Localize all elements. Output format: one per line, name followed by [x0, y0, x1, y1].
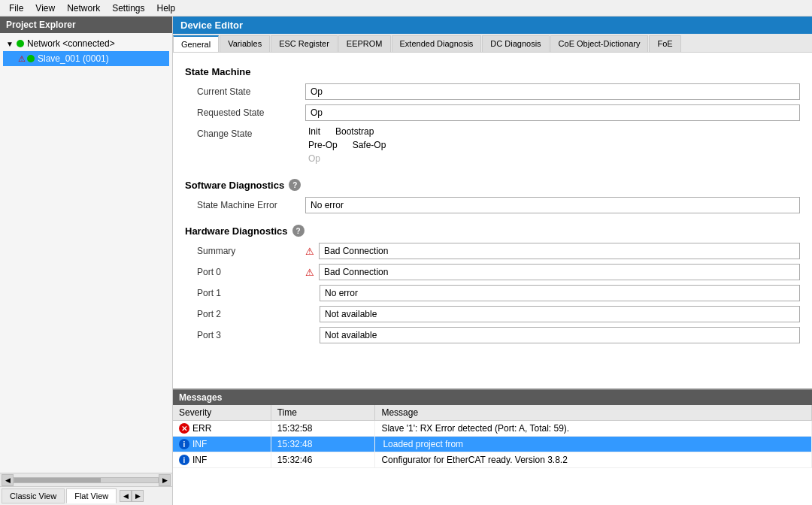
tab-eeprom[interactable]: EEPROM	[338, 35, 391, 52]
tab-general[interactable]: General	[173, 35, 219, 52]
scrollbar-track[interactable]	[14, 477, 159, 483]
msg-time-0: 15:32:58	[271, 421, 375, 437]
scroll-right-arrow[interactable]: ▶	[159, 474, 171, 486]
hardware-diagnostics-header: Hardware Diagnostics ?	[185, 225, 800, 237]
tab-variables[interactable]: Variables	[220, 35, 270, 52]
message-row-1[interactable]: i INF 15:32:48 Loaded project from	[173, 437, 812, 452]
state-machine-error-label: State Machine Error	[185, 200, 305, 210]
msg-severity-1: i INF	[173, 437, 271, 452]
current-state-input[interactable]	[305, 83, 800, 100]
state-row-1: Init Bootstrap	[305, 125, 389, 138]
scroll-left-arrow[interactable]: ◀	[2, 474, 14, 486]
software-help-icon[interactable]: ?	[289, 179, 301, 191]
hw-label-1: Port 0	[185, 267, 305, 277]
hardware-help-icon[interactable]: ?	[292, 225, 304, 237]
state-buttons: Init Bootstrap Pre-Op Safe-Op Op	[305, 125, 389, 165]
hw-row-1: Port 0 ⚠	[185, 264, 800, 280]
network-status-dot	[17, 40, 24, 47]
left-scrollbar: ◀ ▶	[0, 473, 172, 486]
op-btn[interactable]: Op	[305, 153, 323, 165]
state-machine-error-row: State Machine Error	[185, 197, 800, 213]
col-severity: Severity	[173, 405, 271, 421]
left-panel: Project Explorer ▼ Network <connected> ⚠…	[0, 17, 173, 505]
menu-bar: File View Network Settings Help	[0, 0, 812, 17]
severity-icon-2: i	[179, 455, 189, 465]
msg-message-2: Configurator for EtherCAT ready. Version…	[375, 452, 812, 468]
hw-input-2[interactable]	[320, 285, 800, 301]
tab-extended-diagnosis[interactable]: Extended Diagnosis	[392, 35, 482, 52]
msg-message-0: Slave '1': RX Error detected (Port: A, T…	[375, 421, 812, 437]
message-row-0[interactable]: ✕ ERR 15:32:58 Slave '1': RX Error detec…	[173, 421, 812, 437]
messages-table: Severity Time Message ✕ ERR 15:32:58 Sla…	[173, 405, 812, 505]
msg-time-2: 15:32:46	[271, 452, 375, 468]
hw-input-1[interactable]	[319, 264, 800, 280]
state-machine-error-input[interactable]	[305, 197, 800, 213]
hw-input-3[interactable]	[320, 306, 800, 322]
hw-input-4[interactable]	[320, 327, 800, 343]
current-state-row: Current State	[185, 83, 800, 100]
hw-row-2: Port 1	[185, 285, 800, 301]
hw-label-2: Port 1	[185, 288, 305, 298]
software-diagnostics-header: Software Diagnostics ?	[185, 179, 800, 191]
menu-file[interactable]: File	[3, 2, 29, 15]
menu-help[interactable]: Help	[151, 2, 182, 15]
tabs-bar: General Variables ESC Register EEPROM Ex…	[173, 34, 812, 53]
slave-status-dot	[27, 55, 35, 62]
current-state-label: Current State	[185, 86, 305, 97]
network-label: Network <connected>	[27, 38, 115, 49]
msg-time-1: 15:32:48	[271, 437, 375, 452]
hw-label-3: Port 2	[185, 309, 305, 319]
messages-header: Messages	[173, 390, 812, 405]
hw-row-3: Port 2	[185, 306, 800, 322]
tab-foe[interactable]: FoE	[649, 35, 680, 52]
init-btn[interactable]: Init	[305, 125, 323, 138]
tree-item-slave[interactable]: ⚠ Slave_001 (0001)	[3, 51, 169, 66]
hw-label-4: Port 3	[185, 330, 305, 340]
view-tabs: Classic View Flat View ◀ ▶	[0, 486, 172, 505]
expand-icon: ▼	[6, 40, 14, 48]
content-area: State Machine Current State Requested St…	[173, 53, 812, 389]
hw-input-0[interactable]	[319, 243, 800, 259]
menu-network[interactable]: Network	[61, 2, 106, 15]
slave-label: Slave_001 (0001)	[38, 53, 109, 64]
tab-dc-diagnosis[interactable]: DC Diagnosis	[482, 35, 549, 52]
safeop-btn[interactable]: Safe-Op	[350, 139, 389, 151]
tree-item-network[interactable]: ▼ Network <connected>	[3, 36, 169, 51]
tab-coe-object-dictionary[interactable]: CoE Object-Dictionary	[550, 35, 649, 52]
menu-view[interactable]: View	[29, 2, 61, 15]
hw-row-0: Summary ⚠	[185, 243, 800, 259]
scrollbar-thumb	[14, 478, 101, 482]
severity-icon-1: i	[179, 439, 189, 449]
requested-state-row: Requested State	[185, 104, 800, 121]
flat-view-tab[interactable]: Flat View	[66, 488, 117, 503]
tab-esc-register[interactable]: ESC Register	[271, 35, 338, 52]
col-time: Time	[271, 405, 375, 421]
msg-severity-2: i INF	[173, 452, 271, 468]
change-state-area: Change State Init Bootstrap Pre-Op Safe-…	[185, 125, 800, 165]
requested-state-label: Requested State	[185, 107, 305, 118]
bootstrap-btn[interactable]: Bootstrap	[332, 125, 377, 138]
messages-tbody: ✕ ERR 15:32:58 Slave '1': RX Error detec…	[173, 421, 812, 468]
main-layout: Project Explorer ▼ Network <connected> ⚠…	[0, 17, 812, 505]
hardware-rows-container: Summary ⚠ Port 0 ⚠ Port 1 Port 2 Port 3	[185, 243, 800, 343]
message-row-2[interactable]: i INF 15:32:46 Configurator for EtherCAT…	[173, 452, 812, 468]
nav-forward-arrow[interactable]: ▶	[132, 490, 144, 502]
severity-icon-0: ✕	[179, 423, 189, 434]
menu-settings[interactable]: Settings	[106, 2, 150, 15]
hw-warning-icon-0: ⚠	[305, 246, 314, 257]
hw-warning-icon-1: ⚠	[305, 267, 314, 278]
state-row-3: Op	[305, 153, 389, 165]
slave-warning-icon: ⚠	[18, 54, 26, 64]
nav-arrows: ◀ ▶	[120, 490, 144, 502]
project-tree: ▼ Network <connected> ⚠ Slave_001 (0001)	[0, 33, 172, 473]
msg-severity-0: ✕ ERR	[173, 421, 271, 437]
state-row-2: Pre-Op Safe-Op	[305, 139, 389, 151]
classic-view-tab[interactable]: Classic View	[2, 488, 65, 503]
col-message: Message	[375, 405, 812, 421]
hw-row-4: Port 3	[185, 327, 800, 343]
device-editor-header: Device Editor	[173, 17, 812, 34]
messages-panel: Messages Severity Time Message ✕	[173, 389, 812, 505]
nav-back-arrow[interactable]: ◀	[120, 490, 132, 502]
requested-state-input[interactable]	[305, 104, 800, 121]
preop-btn[interactable]: Pre-Op	[305, 139, 341, 151]
